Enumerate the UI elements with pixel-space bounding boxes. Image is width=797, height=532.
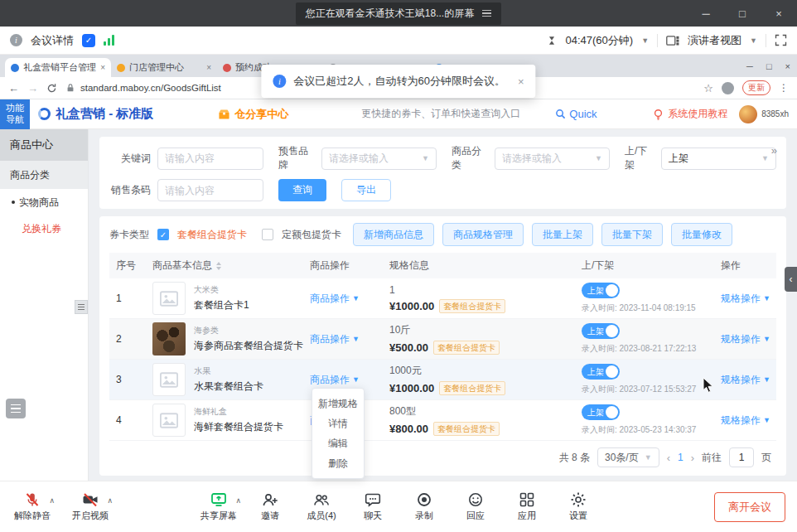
browser-update-badge[interactable]: 更新 [742, 80, 770, 95]
refresh-icon[interactable] [46, 83, 57, 94]
apps-button[interactable]: 应用 [508, 491, 546, 522]
tab-close-icon[interactable]: × [100, 63, 105, 72]
bookmark-star-icon[interactable]: ☆ [703, 82, 713, 94]
feature-nav-button[interactable]: 功能导航 [0, 99, 30, 129]
browser-tab[interactable]: 门店管理中心 × [111, 58, 217, 77]
sidebar-item-physical-goods[interactable]: 实物商品 [0, 189, 88, 215]
meeting-toolbar: 解除静音 ∧ 开启视频 ∧ 共享屏幕 ∧ 邀请 成员(4) [0, 481, 797, 532]
timer-chevron-down-icon[interactable]: ▼ [641, 36, 649, 45]
product-op-link[interactable]: 商品操作▼ [310, 332, 360, 346]
product-name: 海参商品套餐组合提货卡 [194, 339, 303, 353]
settings-button[interactable]: 设置 [559, 491, 597, 522]
brand-select[interactable]: 请选择或输入 ▼ [321, 148, 437, 170]
checkbox-combo-label[interactable]: 套餐组合提货卡 [177, 228, 247, 242]
toast-close-icon[interactable]: × [518, 75, 524, 88]
spec-op-link[interactable]: 规格操作▼ [721, 373, 770, 387]
close-button[interactable]: × [761, 0, 797, 27]
page-size-select[interactable]: 30条/页 ▼ [597, 447, 659, 467]
spec-op-link[interactable]: 规格操作▼ [721, 332, 770, 346]
tab-close-icon[interactable]: × [206, 63, 211, 72]
chevron-down-icon: ▼ [763, 416, 770, 424]
category-select[interactable]: 请选择或输入 ▼ [495, 148, 610, 170]
security-shield-icon[interactable]: ✓ [82, 34, 95, 47]
browser-minimize-button[interactable]: ─ [746, 61, 753, 71]
menu-icon[interactable] [482, 10, 491, 17]
sort-icon[interactable] [216, 262, 221, 270]
unmute-button[interactable]: 解除静音 ∧ [13, 491, 51, 522]
invite-person-icon [262, 491, 278, 508]
floating-list-button[interactable] [6, 399, 26, 418]
product-op-link[interactable]: 商品操作▼ [310, 292, 360, 306]
user-account[interactable]: 8385xh [739, 105, 789, 123]
mic-options-chevron-icon[interactable]: ∧ [49, 496, 55, 505]
view-mode-label[interactable]: 演讲者视图 [688, 33, 741, 48]
share-options-chevron-icon[interactable]: ∧ [235, 496, 241, 505]
meeting-panel-expander[interactable]: ‹ [785, 267, 797, 292]
chevron-down-icon: ▼ [352, 294, 360, 302]
batch-on-shelf-button[interactable]: 批量上架 [532, 223, 593, 246]
back-icon[interactable]: ← [8, 82, 19, 94]
table-row[interactable]: 3 水果 水果套餐组合卡 [109, 360, 776, 400]
spec-op-link[interactable]: 规格操作▼ [721, 292, 770, 306]
table-row[interactable]: 2 海参类 海参商品套餐组合提货卡 商品操作▼ [109, 319, 776, 360]
shelf-toggle[interactable]: 上架 [582, 283, 620, 298]
export-button[interactable]: 导出 [341, 179, 391, 201]
info-icon: i [273, 75, 286, 88]
share-center-link[interactable]: 仓分享中心 [218, 107, 288, 122]
meeting-details-label[interactable]: 会议详情 [31, 33, 74, 48]
keyword-input[interactable] [157, 148, 263, 170]
prev-page-icon[interactable]: ‹ [667, 452, 670, 464]
batch-off-shelf-button[interactable]: 批量下架 [601, 223, 663, 246]
forward-icon[interactable]: → [27, 82, 38, 94]
maximize-button[interactable]: □ [724, 0, 761, 27]
search-button[interactable]: 查询 [278, 179, 326, 201]
spec-op-link[interactable]: 规格操作▼ [721, 414, 770, 428]
shelf-toggle[interactable]: 上架 [582, 323, 620, 339]
shelf-toggle[interactable]: 上架 [582, 404, 620, 420]
menu-item-delete[interactable]: 删除 [312, 453, 364, 473]
shelf-select[interactable]: 上架 ▼ [661, 148, 776, 170]
browser-profile-icon[interactable] [722, 82, 734, 94]
shelf-toggle[interactable]: 上架 [582, 364, 620, 380]
header-basic-info[interactable]: 商品基本信息 [152, 259, 310, 273]
invite-button[interactable]: 邀请 [251, 491, 289, 522]
record-button[interactable]: 录制 [405, 491, 443, 522]
start-video-button[interactable]: 开启视频 ∧ [71, 491, 109, 522]
members-button[interactable]: 成员(4) [302, 491, 341, 522]
table-row[interactable]: 1 大米类 套餐组合卡1 [109, 278, 776, 319]
menu-item-detail[interactable]: 详情 [312, 414, 364, 433]
sidebar-item-exchange-voucher[interactable]: 兑换礼券 [0, 215, 88, 242]
sidebar-item-product-center[interactable]: 商品中心 [0, 129, 88, 161]
browser-menu-icon[interactable]: ⋮ [779, 82, 789, 94]
menu-item-edit[interactable]: 编辑 [312, 433, 364, 453]
sidebar-item-product-category[interactable]: 商品分类 [0, 161, 88, 189]
checkbox-fixed-card[interactable] [262, 229, 273, 240]
batch-edit-button[interactable]: 批量修改 [671, 223, 732, 246]
chat-button[interactable]: 聊天 [354, 491, 392, 522]
react-button[interactable]: 回应 [456, 491, 495, 522]
add-product-button[interactable]: 新增商品信息 [353, 223, 434, 246]
fullscreen-icon[interactable] [775, 34, 787, 46]
checkbox-combo-card[interactable]: ✓ [157, 229, 169, 240]
quick-search-link[interactable]: Quick [555, 108, 597, 120]
current-page[interactable]: 1 [678, 452, 683, 463]
product-op-link[interactable]: 商品操作▼ [310, 373, 360, 387]
browser-close-button[interactable]: × [785, 61, 790, 71]
next-page-icon[interactable]: › [691, 452, 694, 464]
table-row[interactable]: 4 海鲜礼盒 海鲜套餐组合提货卡 [109, 400, 776, 441]
filter-collapse-icon[interactable]: » [771, 144, 776, 157]
spec-manage-button[interactable]: 商品规格管理 [442, 223, 524, 246]
minimize-button[interactable]: ─ [688, 0, 724, 27]
leave-meeting-button[interactable]: 离开会议 [714, 492, 785, 522]
goto-page-input[interactable] [729, 447, 754, 467]
browser-maximize-button[interactable]: □ [766, 61, 772, 71]
share-screen-button[interactable]: 共享屏幕 ∧ [200, 491, 238, 522]
tutorial-link[interactable]: 系统使用教程 [653, 107, 727, 121]
camera-options-chevron-icon[interactable]: ∧ [107, 496, 113, 505]
barcode-input[interactable] [157, 179, 263, 201]
menu-item-add-spec[interactable]: 新增规格 [312, 394, 364, 414]
browser-tab-active[interactable]: 礼盒营销平台管理中心 × [5, 58, 111, 77]
sidebar-collapse-handle[interactable] [75, 300, 88, 314]
view-chevron-down-icon[interactable]: ▼ [750, 36, 757, 45]
checkbox-fixed-label[interactable]: 定额包提货卡 [282, 228, 341, 242]
